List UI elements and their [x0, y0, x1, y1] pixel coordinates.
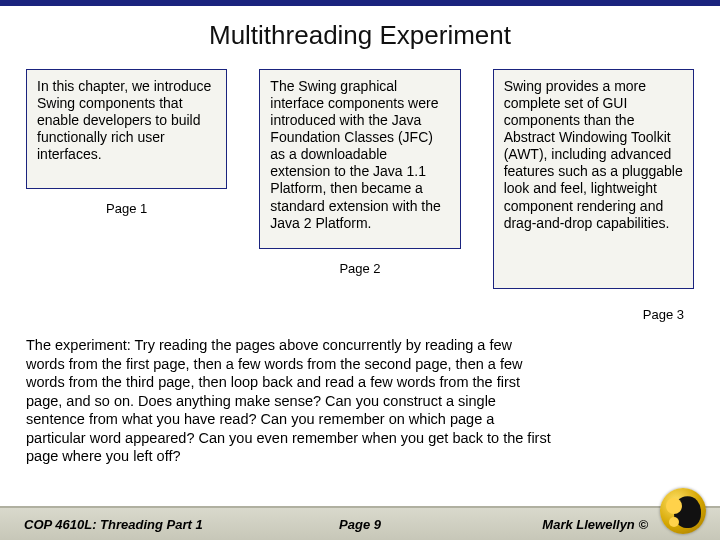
label-page-2: Page 2	[339, 261, 380, 276]
footer-center: Page 9	[339, 517, 381, 532]
card-page-1: In this chapter, we introduce Swing comp…	[26, 69, 227, 189]
columns: In this chapter, we introduce Swing comp…	[26, 69, 694, 322]
column-2: The Swing graphical interface components…	[259, 69, 460, 322]
footer-left: COP 4610L: Threading Part 1	[24, 517, 203, 532]
card-page-2: The Swing graphical interface components…	[259, 69, 460, 249]
label-page-3: Page 3	[643, 307, 684, 322]
ucf-logo-icon	[660, 488, 706, 534]
slide: Multithreading Experiment In this chapte…	[0, 0, 720, 540]
experiment-paragraph: The experiment: Try reading the pages ab…	[26, 336, 554, 466]
column-1: In this chapter, we introduce Swing comp…	[26, 69, 227, 322]
slide-body: In this chapter, we introduce Swing comp…	[0, 61, 720, 540]
label-page-1: Page 1	[106, 201, 147, 216]
footer-bar: COP 4610L: Threading Part 1 Page 9 Mark …	[0, 506, 720, 540]
footer-right: Mark Llewellyn ©	[542, 517, 648, 532]
slide-title: Multithreading Experiment	[0, 6, 720, 61]
card-page-3: Swing provides a more complete set of GU…	[493, 69, 694, 289]
column-3: Swing provides a more complete set of GU…	[493, 69, 694, 322]
